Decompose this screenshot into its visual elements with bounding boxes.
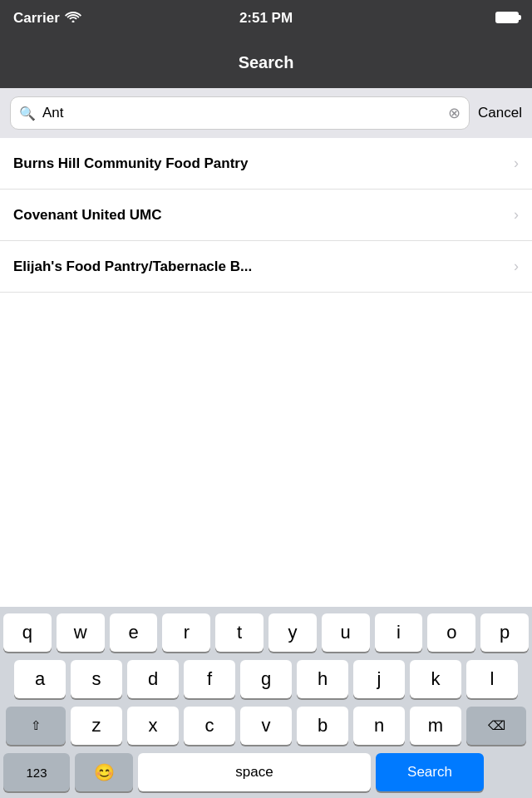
key-k[interactable]: k bbox=[410, 660, 461, 698]
status-left: Carrier bbox=[13, 10, 81, 27]
numbers-key[interactable]: 123 bbox=[3, 753, 70, 791]
delete-key[interactable]: ⌫ bbox=[466, 707, 526, 745]
wifi-icon bbox=[65, 10, 81, 27]
cancel-button[interactable]: Cancel bbox=[478, 105, 522, 121]
key-b[interactable]: b bbox=[297, 707, 348, 745]
keyboard-rows: q w e r t y u i o p a s d f g h j k l ⇧ … bbox=[0, 607, 532, 748]
key-e[interactable]: e bbox=[110, 613, 158, 652]
nav-bar: Search bbox=[0, 37, 532, 88]
key-f[interactable]: f bbox=[184, 660, 235, 698]
key-o[interactable]: o bbox=[427, 613, 475, 652]
key-x[interactable]: x bbox=[127, 707, 179, 745]
key-y[interactable]: y bbox=[268, 613, 317, 652]
battery-area bbox=[495, 12, 519, 26]
search-key[interactable]: Search bbox=[376, 753, 484, 791]
key-h[interactable]: h bbox=[297, 660, 348, 698]
result-item-3[interactable]: Elijah's Food Pantry/Tabernacle B... › bbox=[0, 241, 532, 293]
results-list: Burns Hill Community Food Pantry › Coven… bbox=[0, 138, 532, 293]
key-v[interactable]: v bbox=[240, 707, 292, 745]
keyboard-bottom-row: 123 😊 space Search bbox=[0, 748, 532, 798]
carrier-label: Carrier bbox=[13, 10, 60, 27]
key-m[interactable]: m bbox=[410, 707, 461, 745]
space-key[interactable]: space bbox=[138, 753, 371, 791]
battery-icon bbox=[495, 12, 519, 23]
key-n[interactable]: n bbox=[353, 707, 405, 745]
key-q[interactable]: q bbox=[3, 613, 52, 652]
emoji-key[interactable]: 😊 bbox=[75, 753, 133, 791]
key-r[interactable]: r bbox=[162, 613, 210, 652]
key-row-1: q w e r t y u i o p bbox=[3, 613, 529, 652]
search-bar-container: 🔍 ⊗ Cancel bbox=[0, 88, 532, 138]
key-l[interactable]: l bbox=[466, 660, 518, 698]
search-input-wrapper: 🔍 ⊗ bbox=[10, 96, 470, 130]
key-p[interactable]: p bbox=[480, 613, 529, 652]
key-a[interactable]: a bbox=[14, 660, 66, 698]
chevron-icon-2: › bbox=[514, 206, 519, 224]
chevron-icon-3: › bbox=[514, 258, 519, 275]
result-item-1[interactable]: Burns Hill Community Food Pantry › bbox=[0, 138, 532, 190]
result-text-2: Covenant United UMC bbox=[13, 207, 162, 224]
key-row-2: a s d f g h j k l bbox=[3, 660, 529, 698]
clear-button[interactable]: ⊗ bbox=[448, 104, 461, 122]
shift-key[interactable]: ⇧ bbox=[6, 707, 66, 745]
key-w[interactable]: w bbox=[57, 613, 105, 652]
chevron-icon-1: › bbox=[514, 155, 519, 172]
keyboard: q w e r t y u i o p a s d f g h j k l ⇧ … bbox=[0, 607, 532, 798]
key-z[interactable]: z bbox=[71, 707, 122, 745]
key-u[interactable]: u bbox=[322, 613, 370, 652]
key-j[interactable]: j bbox=[353, 660, 405, 698]
search-input[interactable] bbox=[42, 105, 441, 121]
key-i[interactable]: i bbox=[375, 613, 423, 652]
result-text-3: Elijah's Food Pantry/Tabernacle B... bbox=[13, 259, 252, 275]
search-icon: 🔍 bbox=[19, 106, 36, 121]
key-d[interactable]: d bbox=[127, 660, 179, 698]
status-bar: Carrier 2:51 PM bbox=[0, 0, 532, 37]
result-text-1: Burns Hill Community Food Pantry bbox=[13, 155, 248, 172]
key-row-3: ⇧ z x c v b n m ⌫ bbox=[3, 707, 529, 745]
key-s[interactable]: s bbox=[71, 660, 122, 698]
key-g[interactable]: g bbox=[240, 660, 292, 698]
svg-point-0 bbox=[71, 21, 74, 23]
nav-title: Search bbox=[239, 53, 294, 72]
status-time: 2:51 PM bbox=[239, 10, 293, 27]
result-item-2[interactable]: Covenant United UMC › bbox=[0, 190, 532, 241]
key-t[interactable]: t bbox=[215, 613, 264, 652]
key-c[interactable]: c bbox=[184, 707, 235, 745]
